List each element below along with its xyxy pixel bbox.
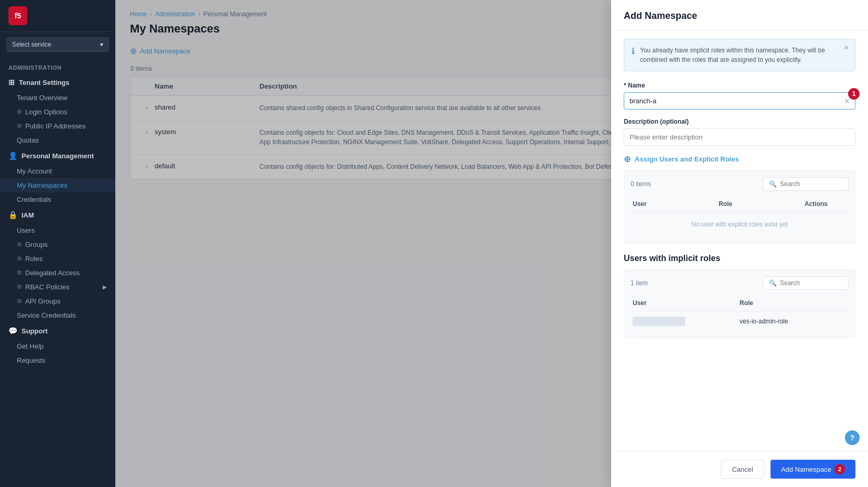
panel-body: ℹ You already have implicit roles within… bbox=[611, 30, 868, 451]
implicit-roles-section: 1 item 🔍 User Role ves-io-admin-role bbox=[624, 269, 855, 338]
assign-section-label: Assign Users and Explicit Roles bbox=[635, 155, 739, 163]
name-input-wrapper: ✕ 1 bbox=[624, 92, 855, 110]
add-namespace-panel: Add Namespace ℹ You already have implici… bbox=[611, 0, 868, 487]
sidebar-item-public-ip[interactable]: ⚙ Public IP Addresses bbox=[0, 119, 115, 133]
step-badge-1: 1 bbox=[848, 88, 860, 100]
clear-name-button[interactable]: ✕ bbox=[844, 97, 850, 105]
explicit-col-user: User bbox=[633, 200, 719, 208]
search-icon: 🔍 bbox=[769, 180, 777, 188]
person-icon: 👤 bbox=[8, 151, 17, 160]
close-banner-button[interactable]: ✕ bbox=[843, 44, 850, 52]
sidebar-item-requests[interactable]: Requests bbox=[0, 353, 115, 367]
implicit-items-count: 1 item bbox=[631, 279, 648, 287]
sidebar-item-service-credentials[interactable]: Service Credentials bbox=[0, 308, 115, 322]
chevron-down-icon: ▾ bbox=[100, 41, 103, 48]
f5-logo: f5 bbox=[8, 6, 27, 25]
sidebar-item-groups[interactable]: ⚙ Groups bbox=[0, 237, 115, 252]
circle-plus-icon: ⊕ bbox=[624, 154, 631, 164]
gear-icon: ⚙ bbox=[17, 269, 22, 276]
implicit-user-avatar bbox=[633, 317, 740, 326]
implicit-col-role: Role bbox=[740, 299, 847, 307]
administration-section-label: Administration bbox=[0, 57, 115, 74]
add-namespace-submit-button[interactable]: Add Namespace 2 bbox=[771, 460, 855, 479]
info-banner-text: You already have implicit roles within t… bbox=[640, 46, 848, 64]
implicit-role-value: ves-io-admin-role bbox=[740, 318, 847, 325]
gear-icon: ⚙ bbox=[17, 109, 22, 115]
sidebar-item-roles[interactable]: ⚙ Roles bbox=[0, 252, 115, 266]
gear-icon: ⚙ bbox=[17, 123, 22, 129]
panel-footer: Cancel Add Namespace 2 bbox=[611, 451, 868, 487]
chat-icon: 💬 bbox=[8, 327, 17, 335]
sidebar-group-personal-management[interactable]: 👤 Personal Management bbox=[0, 147, 115, 164]
step-badge-2: 2 bbox=[834, 464, 845, 474]
sidebar-group-tenant-settings[interactable]: ⊞ Tenant Settings bbox=[0, 74, 115, 91]
explicit-search-box[interactable]: 🔍 bbox=[763, 177, 849, 191]
chevron-right-icon: ▶ bbox=[103, 284, 107, 290]
help-button[interactable]: ? bbox=[845, 430, 860, 445]
gear-icon: ⚙ bbox=[17, 284, 22, 290]
implicit-section-title: Users with implicit roles bbox=[624, 254, 855, 263]
gear-icon: ⚙ bbox=[17, 255, 22, 262]
name-field-group: * Name ✕ 1 bbox=[624, 82, 855, 110]
info-icon: ℹ bbox=[632, 46, 635, 56]
explicit-items-count: 0 items bbox=[631, 180, 651, 188]
sidebar-logo: f5 bbox=[0, 0, 115, 32]
sidebar-group-iam[interactable]: 🔒 IAM bbox=[0, 207, 115, 223]
info-banner: ℹ You already have implicit roles within… bbox=[624, 39, 855, 71]
sidebar-group-support[interactable]: 💬 Support bbox=[0, 322, 115, 339]
description-field-group: Description (optional) bbox=[624, 118, 855, 146]
gear-icon: ⚙ bbox=[17, 241, 22, 248]
sidebar-item-my-account[interactable]: My Account bbox=[0, 164, 115, 178]
implicit-search-input[interactable] bbox=[780, 279, 843, 287]
select-service-dropdown[interactable]: Select service ▾ bbox=[6, 37, 109, 52]
sidebar-item-get-help[interactable]: Get Help bbox=[0, 339, 115, 353]
no-explicit-data: No user with explicit roles exist yet bbox=[631, 212, 849, 236]
lock-icon: 🔒 bbox=[8, 211, 17, 219]
name-input-container: ✕ bbox=[624, 92, 855, 110]
explicit-roles-section: 0 items 🔍 User Role Actions No user with… bbox=[624, 170, 855, 243]
sidebar-item-api-groups[interactable]: ⚙ API Groups bbox=[0, 294, 115, 308]
main-area: Home › Administration › Personal Managem… bbox=[115, 0, 868, 487]
panel-title: Add Namespace bbox=[624, 10, 855, 21]
implicit-table-header: User Role bbox=[631, 295, 849, 311]
explicit-roles-header: 0 items 🔍 bbox=[631, 177, 849, 191]
assign-users-section[interactable]: ⊕ Assign Users and Explicit Roles bbox=[624, 154, 855, 164]
desc-field-label: Description (optional) bbox=[624, 118, 855, 125]
sidebar-item-quotas[interactable]: Quotas bbox=[0, 133, 115, 147]
sidebar-item-login-options[interactable]: ⚙ Login Options bbox=[0, 105, 115, 119]
sidebar-item-users[interactable]: Users bbox=[0, 223, 115, 237]
sidebar-item-rbac-policies[interactable]: ⚙ RBAC Policies ▶ bbox=[0, 280, 115, 294]
name-input[interactable] bbox=[624, 92, 855, 110]
implicit-col-user: User bbox=[633, 299, 740, 307]
sidebar-item-delegated-access[interactable]: ⚙ Delegated Access bbox=[0, 266, 115, 280]
sidebar-item-credentials[interactable]: Credentials bbox=[0, 192, 115, 207]
explicit-col-role: Role bbox=[719, 200, 805, 208]
grid-icon: ⊞ bbox=[8, 78, 15, 86]
sidebar-item-tenant-overview[interactable]: Tenant Overview bbox=[0, 91, 115, 105]
sidebar-item-my-namespaces[interactable]: My Namespaces bbox=[0, 178, 115, 192]
explicit-search-input[interactable] bbox=[780, 180, 843, 188]
gear-icon: ⚙ bbox=[17, 298, 22, 305]
search-icon: 🔍 bbox=[769, 279, 777, 287]
implicit-roles-header: 1 item 🔍 bbox=[631, 276, 849, 290]
implicit-search-box[interactable]: 🔍 bbox=[763, 276, 849, 290]
implicit-table-row: ves-io-admin-role bbox=[631, 311, 849, 331]
description-input[interactable] bbox=[624, 128, 855, 146]
name-field-label: * Name bbox=[624, 82, 855, 89]
panel-header: Add Namespace bbox=[611, 0, 868, 30]
cancel-button[interactable]: Cancel bbox=[721, 460, 764, 479]
sidebar: f5 Select service ▾ Administration ⊞ Ten… bbox=[0, 0, 115, 487]
explicit-table-header: User Role Actions bbox=[631, 196, 849, 212]
explicit-col-actions: Actions bbox=[805, 200, 847, 208]
